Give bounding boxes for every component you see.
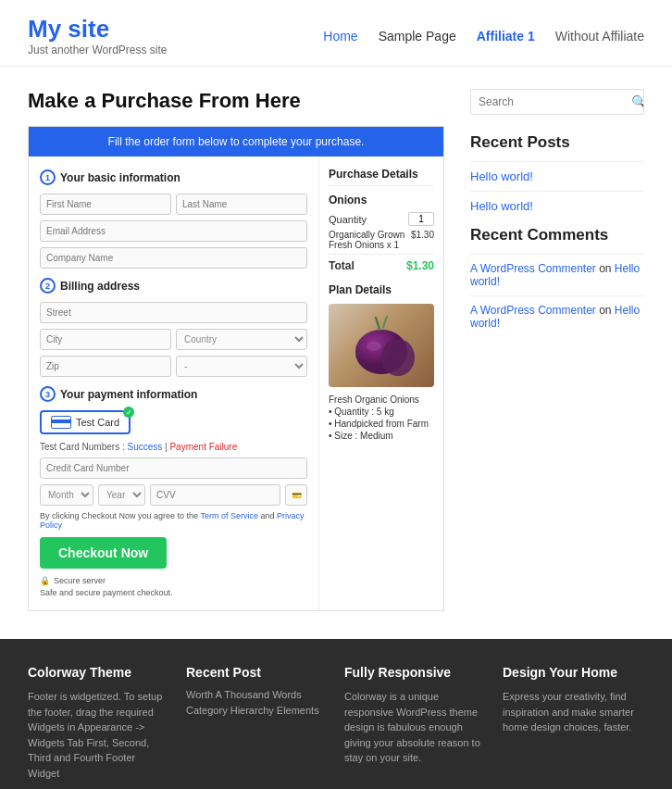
footer-col-4: Design Your Home Express your creativity… (503, 665, 644, 781)
payment-section: 3 Your payment information Test Card ✓ T… (40, 386, 307, 506)
card-label: Test Card (76, 417, 119, 428)
purchase-desc: Organically Grown Fresh Onions x 1 (329, 230, 407, 250)
sidebar-post-2[interactable]: Hello world! (470, 199, 644, 213)
footer-col-2-title: Recent Post (186, 665, 328, 680)
basic-info-header: 1 Your basic information (40, 169, 307, 185)
purchase-details-panel: Purchase Details Onions Quantity Organic… (319, 157, 443, 610)
footer-col-1: Colorway Theme Footer is widgetized. To … (28, 665, 169, 781)
footer-col-4-text: Express your creativity, find inspiratio… (503, 689, 644, 735)
cvv-input[interactable] (150, 484, 280, 506)
checkout-button[interactable]: Checkout Now (40, 537, 167, 569)
comment-2-author[interactable]: A WordPress Commenter (470, 304, 596, 317)
sidebar-post-1[interactable]: Hello world! (470, 169, 644, 183)
footer-col-3-text: Colorway is a unique responsive WordPres… (344, 689, 486, 766)
card-details-row: Month Year 💳 (40, 484, 307, 506)
footer-post-2[interactable]: Category Hierarchy Elements (186, 705, 328, 716)
safe-text: Safe and secure payment checkout. (40, 588, 307, 597)
divider-3 (470, 254, 644, 255)
divider-1 (470, 161, 644, 162)
checkout-box: Fill the order form below to complete yo… (28, 126, 444, 611)
purchase-desc-row: Organically Grown Fresh Onions x 1 $1.30 (329, 230, 434, 250)
terms-row: By clicking Checkout Now you agree to th… (40, 511, 307, 530)
first-name-input[interactable] (40, 194, 171, 215)
product-name: Onions (329, 194, 434, 207)
comment-1-author[interactable]: A WordPress Commenter (470, 262, 596, 275)
checkout-form: 1 Your basic information (29, 157, 319, 610)
footer-col-1-text: Footer is widgetized. To setup the foote… (28, 689, 169, 781)
secure-text: Secure server (54, 576, 106, 585)
name-row (40, 194, 307, 215)
onion-image (329, 304, 434, 387)
billing-section: 2 Billing address Country (40, 278, 307, 377)
site-branding: My site Just another WordPress site (28, 15, 168, 56)
header: My site Just another WordPress site Home… (0, 0, 672, 67)
comment-1-on: on (599, 262, 615, 275)
footer-main: Colorway Theme Footer is widgetized. To … (0, 639, 672, 789)
credit-card-number-input[interactable] (40, 457, 307, 479)
card-icon-small: 💳 (285, 484, 307, 506)
test-card-row: Test Card Numbers : Success | Payment Fa… (40, 442, 307, 452)
onion-svg (344, 313, 418, 378)
failure-link[interactable]: Payment Failure (169, 442, 237, 452)
sidebar: 🔍 Recent Posts Hello world! Hello world!… (470, 89, 644, 611)
month-select[interactable]: Month (40, 484, 93, 506)
svg-point-3 (367, 342, 381, 351)
page-title: Make a Purchase From Here (28, 89, 444, 113)
nav-without-affiliate[interactable]: Without Affiliate (555, 29, 644, 44)
footer-col-1-title: Colorway Theme (28, 665, 169, 680)
comment-2-on: on (599, 304, 615, 317)
plan-bullets: Fresh Organic Onions • Quantity : 5 kg •… (329, 394, 434, 441)
section-num-2: 2 (40, 278, 56, 294)
content-area: Make a Purchase From Here Fill the order… (28, 89, 444, 611)
basic-info-section: 1 Your basic information (40, 169, 307, 269)
site-tagline: Just another WordPress site (28, 44, 168, 56)
plan-bullet-1: Fresh Organic Onions (329, 394, 434, 405)
payment-title: Your payment information (60, 388, 197, 401)
credit-card-icon (51, 416, 71, 429)
nav-sample-page[interactable]: Sample Page (379, 29, 456, 44)
checkout-body: 1 Your basic information (29, 157, 443, 610)
quantity-input[interactable] (408, 212, 434, 226)
company-input[interactable] (40, 247, 307, 269)
footer-col-2: Recent Post Worth A Thousand Words Categ… (186, 665, 328, 781)
footer-col-3-title: Fully Responsive (344, 665, 486, 680)
recent-comments-title: Recent Comments (470, 226, 644, 244)
plan-bullet-3: • Handpicked from Farm (329, 419, 434, 429)
state-select[interactable]: - (176, 356, 307, 377)
site-title: My site (28, 15, 168, 44)
billing-title: Billing address (60, 280, 140, 293)
country-select[interactable]: Country (176, 329, 307, 350)
year-select[interactable]: Year (98, 484, 145, 506)
terms-link[interactable]: Term of Service (200, 511, 258, 520)
last-name-input[interactable] (176, 194, 307, 215)
quantity-label: Quantity (329, 214, 367, 225)
quantity-row: Quantity (329, 212, 434, 226)
basic-info-title: Your basic information (60, 171, 180, 184)
email-input[interactable] (40, 220, 307, 242)
zip-input[interactable] (40, 356, 171, 377)
city-input[interactable] (40, 329, 171, 350)
divider-2 (470, 191, 644, 192)
card-badge[interactable]: Test Card ✓ (40, 410, 131, 434)
section-num-1: 1 (40, 169, 56, 185)
payment-header: 3 Your payment information (40, 386, 307, 402)
plan-bullet-2: • Quantity : 5 kg (329, 407, 434, 417)
main-nav: Home Sample Page Affiliate 1 Without Aff… (323, 29, 644, 44)
search-input[interactable] (471, 90, 625, 114)
footer-post-1[interactable]: Worth A Thousand Words (186, 689, 328, 700)
total-label: Total (329, 259, 355, 272)
success-link[interactable]: Success (127, 442, 162, 452)
recent-posts-title: Recent Posts (470, 133, 644, 152)
search-button[interactable]: 🔍 (625, 90, 644, 114)
street-input[interactable] (40, 302, 307, 323)
footer-col-3: Fully Responsive Colorway is a unique re… (344, 665, 486, 781)
plan-bullet-4: • Size : Medium (329, 431, 434, 441)
total-row: Total $1.30 (329, 254, 434, 272)
total-price: $1.30 (406, 259, 434, 272)
lock-icon: 🔒 (40, 576, 50, 585)
search-box: 🔍 (470, 89, 644, 115)
nav-home[interactable]: Home (323, 29, 357, 44)
nav-affiliate1[interactable]: Affiliate 1 (477, 29, 535, 44)
billing-header: 2 Billing address (40, 278, 307, 294)
checkout-header: Fill the order form below to complete yo… (29, 127, 443, 157)
